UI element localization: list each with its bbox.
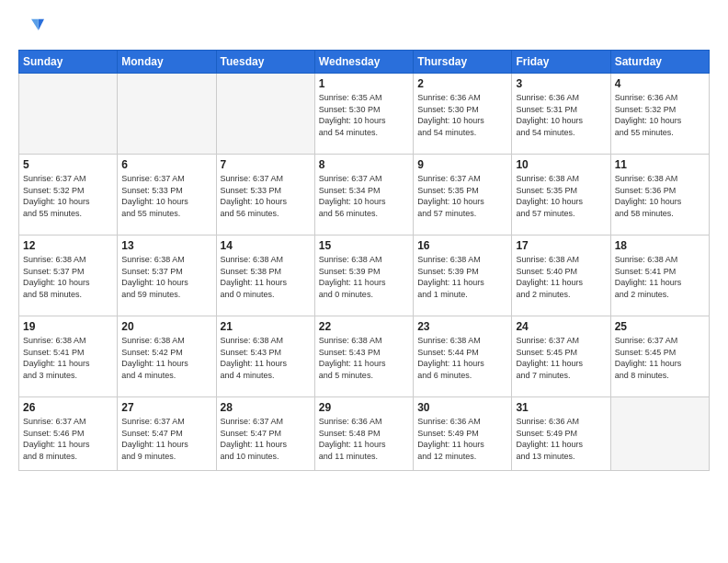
day-info: Sunrise: 6:37 AM Sunset: 5:34 PM Dayligh… <box>319 173 409 219</box>
day-cell: 26Sunrise: 6:37 AM Sunset: 5:46 PM Dayli… <box>19 397 118 471</box>
day-cell: 17Sunrise: 6:38 AM Sunset: 5:40 PM Dayli… <box>512 236 610 316</box>
day-number: 23 <box>417 320 507 333</box>
day-info: Sunrise: 6:38 AM Sunset: 5:38 PM Dayligh… <box>221 254 311 300</box>
day-number: 6 <box>121 158 211 171</box>
weekday-header-tuesday: Tuesday <box>216 51 314 74</box>
day-info: Sunrise: 6:38 AM Sunset: 5:43 PM Dayligh… <box>319 335 409 381</box>
day-info: Sunrise: 6:36 AM Sunset: 5:49 PM Dayligh… <box>516 416 606 462</box>
day-number: 19 <box>23 320 113 333</box>
svg-marker-0 <box>39 19 44 30</box>
day-cell: 18Sunrise: 6:38 AM Sunset: 5:41 PM Dayli… <box>610 236 709 316</box>
day-info: Sunrise: 6:38 AM Sunset: 5:41 PM Dayligh… <box>23 335 113 381</box>
day-cell: 15Sunrise: 6:38 AM Sunset: 5:39 PM Dayli… <box>314 236 413 316</box>
day-number: 3 <box>516 77 606 90</box>
day-number: 11 <box>615 158 705 171</box>
day-cell: 1Sunrise: 6:35 AM Sunset: 5:30 PM Daylig… <box>314 74 413 155</box>
day-cell: 29Sunrise: 6:36 AM Sunset: 5:48 PM Dayli… <box>314 397 413 471</box>
day-cell: 14Sunrise: 6:38 AM Sunset: 5:38 PM Dayli… <box>216 236 314 316</box>
day-info: Sunrise: 6:38 AM Sunset: 5:41 PM Dayligh… <box>615 254 705 300</box>
day-cell: 30Sunrise: 6:36 AM Sunset: 5:49 PM Dayli… <box>414 397 512 471</box>
day-cell: 3Sunrise: 6:36 AM Sunset: 5:31 PM Daylig… <box>512 74 610 155</box>
day-info: Sunrise: 6:37 AM Sunset: 5:45 PM Dayligh… <box>516 335 606 381</box>
day-number: 4 <box>615 77 705 90</box>
day-info: Sunrise: 6:38 AM Sunset: 5:42 PM Dayligh… <box>121 335 211 381</box>
day-cell: 19Sunrise: 6:38 AM Sunset: 5:41 PM Dayli… <box>19 316 118 397</box>
day-info: Sunrise: 6:37 AM Sunset: 5:47 PM Dayligh… <box>121 416 211 462</box>
day-cell: 7Sunrise: 6:37 AM Sunset: 5:33 PM Daylig… <box>216 155 314 236</box>
day-number: 22 <box>319 320 409 333</box>
day-number: 15 <box>319 239 409 252</box>
day-cell: 28Sunrise: 6:37 AM Sunset: 5:47 PM Dayli… <box>216 397 314 471</box>
day-info: Sunrise: 6:38 AM Sunset: 5:39 PM Dayligh… <box>319 254 409 300</box>
day-cell: 11Sunrise: 6:38 AM Sunset: 5:36 PM Dayli… <box>610 155 709 236</box>
week-row-2: 12Sunrise: 6:38 AM Sunset: 5:37 PM Dayli… <box>19 236 710 316</box>
day-info: Sunrise: 6:37 AM Sunset: 5:35 PM Dayligh… <box>417 173 507 219</box>
day-info: Sunrise: 6:37 AM Sunset: 5:33 PM Dayligh… <box>221 173 311 219</box>
day-number: 14 <box>221 239 311 252</box>
day-cell: 4Sunrise: 6:36 AM Sunset: 5:32 PM Daylig… <box>610 74 709 155</box>
day-cell <box>118 74 216 155</box>
day-info: Sunrise: 6:38 AM Sunset: 5:39 PM Dayligh… <box>417 254 507 300</box>
day-info: Sunrise: 6:38 AM Sunset: 5:40 PM Dayligh… <box>516 254 606 300</box>
day-number: 13 <box>121 239 211 252</box>
day-number: 18 <box>615 239 705 252</box>
day-number: 28 <box>221 401 311 414</box>
day-number: 9 <box>417 158 507 171</box>
day-number: 17 <box>516 239 606 252</box>
day-number: 7 <box>221 158 311 171</box>
day-number: 24 <box>516 320 606 333</box>
day-number: 2 <box>417 77 507 90</box>
weekday-header-wednesday: Wednesday <box>314 51 413 74</box>
day-cell: 24Sunrise: 6:37 AM Sunset: 5:45 PM Dayli… <box>512 316 610 397</box>
day-cell: 27Sunrise: 6:37 AM Sunset: 5:47 PM Dayli… <box>118 397 216 471</box>
day-number: 12 <box>23 239 113 252</box>
day-info: Sunrise: 6:38 AM Sunset: 5:37 PM Dayligh… <box>121 254 211 300</box>
day-number: 16 <box>417 239 507 252</box>
day-info: Sunrise: 6:38 AM Sunset: 5:43 PM Dayligh… <box>221 335 311 381</box>
logo-icon <box>18 15 44 40</box>
day-cell: 10Sunrise: 6:38 AM Sunset: 5:35 PM Dayli… <box>512 155 610 236</box>
day-cell: 2Sunrise: 6:36 AM Sunset: 5:30 PM Daylig… <box>414 74 512 155</box>
header <box>18 15 710 40</box>
day-cell: 31Sunrise: 6:36 AM Sunset: 5:49 PM Dayli… <box>512 397 610 471</box>
day-cell: 6Sunrise: 6:37 AM Sunset: 5:33 PM Daylig… <box>118 155 216 236</box>
day-number: 8 <box>319 158 409 171</box>
day-info: Sunrise: 6:37 AM Sunset: 5:45 PM Dayligh… <box>615 335 705 381</box>
day-cell <box>19 74 118 155</box>
day-info: Sunrise: 6:36 AM Sunset: 5:30 PM Dayligh… <box>417 92 507 138</box>
day-cell: 9Sunrise: 6:37 AM Sunset: 5:35 PM Daylig… <box>414 155 512 236</box>
day-number: 1 <box>319 77 409 90</box>
svg-marker-1 <box>31 19 39 30</box>
calendar-table: SundayMondayTuesdayWednesdayThursdayFrid… <box>18 50 710 471</box>
day-cell: 13Sunrise: 6:38 AM Sunset: 5:37 PM Dayli… <box>118 236 216 316</box>
day-cell: 25Sunrise: 6:37 AM Sunset: 5:45 PM Dayli… <box>610 316 709 397</box>
day-number: 29 <box>319 401 409 414</box>
weekday-header-saturday: Saturday <box>610 51 709 74</box>
week-row-4: 26Sunrise: 6:37 AM Sunset: 5:46 PM Dayli… <box>19 397 710 471</box>
day-cell: 16Sunrise: 6:38 AM Sunset: 5:39 PM Dayli… <box>414 236 512 316</box>
day-number: 20 <box>121 320 211 333</box>
calendar-page: SundayMondayTuesdayWednesdayThursdayFrid… <box>0 0 728 563</box>
day-info: Sunrise: 6:37 AM Sunset: 5:46 PM Dayligh… <box>23 416 113 462</box>
day-info: Sunrise: 6:38 AM Sunset: 5:36 PM Dayligh… <box>615 173 705 219</box>
day-cell <box>610 397 709 471</box>
day-info: Sunrise: 6:37 AM Sunset: 5:47 PM Dayligh… <box>221 416 311 462</box>
day-info: Sunrise: 6:36 AM Sunset: 5:32 PM Dayligh… <box>615 92 705 138</box>
day-number: 27 <box>121 401 211 414</box>
day-info: Sunrise: 6:38 AM Sunset: 5:35 PM Dayligh… <box>516 173 606 219</box>
day-info: Sunrise: 6:36 AM Sunset: 5:48 PM Dayligh… <box>319 416 409 462</box>
day-cell: 23Sunrise: 6:38 AM Sunset: 5:44 PM Dayli… <box>414 316 512 397</box>
day-info: Sunrise: 6:38 AM Sunset: 5:37 PM Dayligh… <box>23 254 113 300</box>
day-number: 10 <box>516 158 606 171</box>
day-info: Sunrise: 6:36 AM Sunset: 5:31 PM Dayligh… <box>516 92 606 138</box>
day-info: Sunrise: 6:35 AM Sunset: 5:30 PM Dayligh… <box>319 92 409 138</box>
day-info: Sunrise: 6:37 AM Sunset: 5:33 PM Dayligh… <box>121 173 211 219</box>
day-number: 31 <box>516 401 606 414</box>
day-cell: 8Sunrise: 6:37 AM Sunset: 5:34 PM Daylig… <box>314 155 413 236</box>
weekday-header-sunday: Sunday <box>19 51 118 74</box>
day-cell <box>216 74 314 155</box>
day-info: Sunrise: 6:36 AM Sunset: 5:49 PM Dayligh… <box>417 416 507 462</box>
weekday-header-monday: Monday <box>118 51 216 74</box>
day-number: 26 <box>23 401 113 414</box>
day-cell: 22Sunrise: 6:38 AM Sunset: 5:43 PM Dayli… <box>314 316 413 397</box>
